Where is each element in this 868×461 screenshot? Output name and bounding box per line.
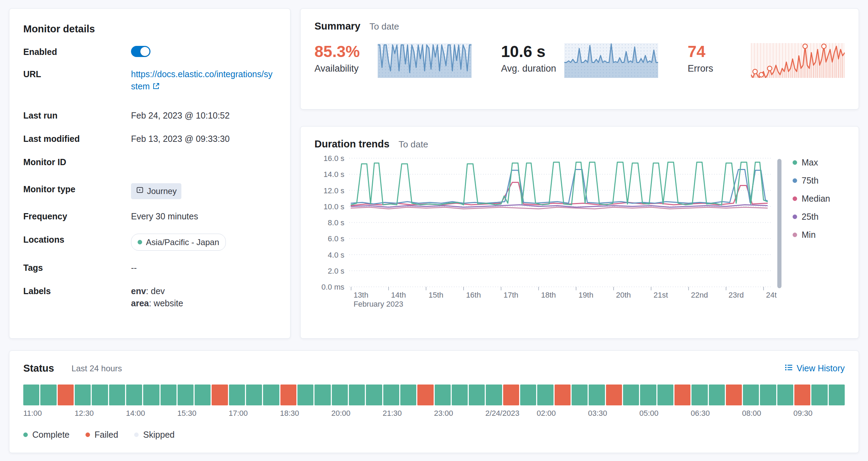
legend-item-min[interactable]: Min: [793, 230, 830, 240]
status-block-complete[interactable]: [691, 385, 707, 405]
status-block-complete[interactable]: [811, 385, 827, 405]
locations-row: Locations Asia/Pacific - Japan: [23, 234, 276, 251]
legend-dot-25th: [793, 215, 797, 219]
status-block-complete[interactable]: [469, 385, 485, 405]
legend-item-25th[interactable]: 25th: [793, 212, 830, 222]
status-block-complete[interactable]: [23, 385, 39, 405]
status-axis-label: 14:00: [126, 409, 145, 418]
status-block-complete[interactable]: [332, 385, 348, 405]
view-history-link[interactable]: View History: [784, 363, 845, 374]
svg-text:14th: 14th: [391, 291, 406, 299]
enabled-row: Enabled: [23, 46, 276, 57]
status-block-failed[interactable]: [280, 385, 296, 405]
errors-label: Errors: [688, 63, 751, 74]
legend-label-failed: Failed: [95, 430, 118, 440]
monitor-url-link[interactable]: https://docs.elastic.co/integrations/sys…: [131, 69, 272, 91]
duration-trends-chart: 16.0 s14.0 s12.0 s10.0 s8.0 s6.0 s4.0 s2…: [314, 153, 777, 309]
legend-dot-min: [793, 233, 797, 237]
last-modified-row: Last modified Feb 13, 2023 @ 09:33:30: [23, 133, 276, 145]
svg-text:8.0 s: 8.0 s: [328, 218, 344, 227]
legend-item-median[interactable]: Median: [793, 194, 830, 204]
status-block-complete[interactable]: [366, 385, 382, 405]
status-block-complete[interactable]: [109, 385, 125, 405]
status-block-failed[interactable]: [674, 385, 690, 405]
status-block-complete[interactable]: [143, 385, 159, 405]
frequency-label: Frequency: [23, 210, 131, 221]
enabled-toggle[interactable]: [131, 46, 150, 57]
tags-label: Tags: [23, 262, 131, 273]
url-row: URL https://docs.elastic.co/integrations…: [23, 68, 276, 94]
status-block-complete[interactable]: [297, 385, 313, 405]
legend-dot-75th: [793, 178, 797, 183]
toggle-knob: [140, 47, 149, 56]
monitor-type-badge: Journey: [131, 183, 181, 199]
status-block-complete[interactable]: [452, 385, 468, 405]
legend-label-complete: Complete: [32, 430, 69, 440]
status-block-complete[interactable]: [161, 385, 177, 405]
status-block-complete[interactable]: [92, 385, 108, 405]
status-axis-label: 02:00: [537, 409, 556, 418]
status-block-complete[interactable]: [486, 385, 502, 405]
status-block-complete[interactable]: [314, 385, 330, 405]
status-block-failed[interactable]: [606, 385, 622, 405]
status-block-complete[interactable]: [760, 385, 776, 405]
status-block-failed[interactable]: [794, 385, 810, 405]
label-item-env: env: dev: [131, 285, 276, 297]
legend-item-failed: Failed: [85, 430, 118, 440]
duration-trends-panel: Duration trends To date 16.0 s14.0 s12.0…: [300, 126, 859, 339]
monitor-type-row: Monitor type Journey: [23, 183, 276, 199]
status-block-complete[interactable]: [589, 385, 605, 405]
availability-sparkline: [378, 43, 472, 78]
status-block-failed[interactable]: [503, 385, 519, 405]
status-block-complete[interactable]: [349, 385, 365, 405]
monitor-type-text: Journey: [147, 185, 177, 197]
tags-row: Tags --: [23, 262, 276, 274]
legend-label-75th: 75th: [802, 176, 819, 186]
status-block-complete[interactable]: [640, 385, 656, 405]
chart-scrollbar[interactable]: [777, 159, 781, 288]
list-icon: [784, 363, 793, 374]
status-block-failed[interactable]: [212, 385, 228, 405]
legend-label-max: Max: [802, 157, 818, 168]
svg-text:12.0 s: 12.0 s: [324, 186, 344, 195]
status-block-complete[interactable]: [777, 385, 793, 405]
status-block-failed[interactable]: [417, 385, 433, 405]
status-block-complete[interactable]: [263, 385, 279, 405]
status-block-failed[interactable]: [726, 385, 742, 405]
status-block-complete[interactable]: [829, 385, 845, 405]
legend-item-75th[interactable]: 75th: [793, 176, 830, 186]
status-block-complete[interactable]: [520, 385, 536, 405]
status-axis-label: 23:00: [434, 409, 453, 418]
status-block-complete[interactable]: [572, 385, 588, 405]
status-block-complete[interactable]: [195, 385, 211, 405]
status-legend: Complete Failed Skipped: [23, 430, 845, 440]
status-block-complete[interactable]: [435, 385, 451, 405]
avg-duration-label: Avg. duration: [501, 63, 564, 74]
status-block-failed[interactable]: [58, 385, 74, 405]
status-block-complete[interactable]: [383, 385, 399, 405]
duration-trends-range: To date: [399, 139, 428, 150]
legend-item-max[interactable]: Max: [793, 157, 830, 168]
enabled-label: Enabled: [23, 46, 131, 57]
status-block-complete[interactable]: [709, 385, 725, 405]
status-block-complete[interactable]: [743, 385, 759, 405]
legend-label-25th: 25th: [802, 212, 819, 222]
status-block-complete[interactable]: [229, 385, 245, 405]
status-block-complete[interactable]: [126, 385, 142, 405]
view-history-label: View History: [797, 363, 845, 373]
svg-text:0.0 ms: 0.0 ms: [321, 283, 344, 291]
status-block-complete[interactable]: [75, 385, 91, 405]
status-block-complete[interactable]: [400, 385, 416, 405]
status-block-complete[interactable]: [657, 385, 673, 405]
svg-text:4.0 s: 4.0 s: [328, 251, 344, 259]
status-block-complete[interactable]: [40, 385, 56, 405]
status-block-complete[interactable]: [178, 385, 194, 405]
svg-text:24th: 24th: [766, 291, 777, 299]
status-axis-label: 18:30: [280, 409, 299, 418]
status-block-failed[interactable]: [555, 385, 571, 405]
status-block-complete[interactable]: [246, 385, 262, 405]
status-block-complete[interactable]: [623, 385, 639, 405]
status-axis: 11:0012:3014:0015:3017:0018:3020:0021:30…: [23, 409, 845, 420]
status-block-complete[interactable]: [537, 385, 553, 405]
svg-text:17th: 17th: [503, 291, 518, 299]
